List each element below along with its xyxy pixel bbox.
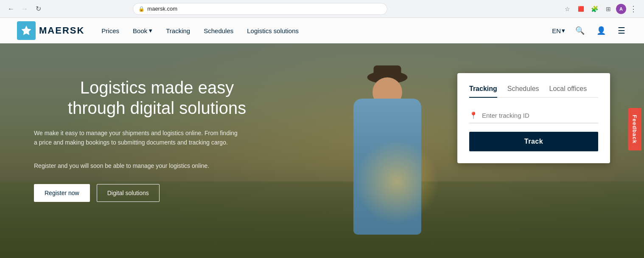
browser-chrome: ← → ↻ 🔒 maersk.com ☆ 🟥 🧩 ⊞ A ⋮: [0, 0, 644, 18]
logo[interactable]: MAERSK: [17, 21, 84, 40]
widget-tabs: Tracking Schedules Local offices: [469, 85, 598, 98]
tab-tracking[interactable]: Tracking: [469, 85, 497, 98]
pin-icon: 📍: [469, 111, 478, 119]
hamburger-icon: ☰: [618, 26, 625, 35]
nav-book-label: Book: [133, 27, 147, 34]
forward-button[interactable]: →: [19, 3, 31, 15]
reload-button[interactable]: ↻: [32, 3, 44, 15]
svg-marker-0: [21, 26, 31, 35]
site-wrapper: MAERSK Prices Book ▾ Tracking Schedules …: [0, 18, 644, 258]
register-now-button[interactable]: Register now: [34, 184, 90, 202]
hero-buttons: Register now Digital solutions: [34, 184, 280, 202]
navbar: MAERSK Prices Book ▾ Tracking Schedules …: [0, 18, 644, 43]
lock-icon: 🔒: [138, 6, 145, 12]
search-icon: 🔍: [575, 26, 585, 35]
star-logo-icon: [20, 25, 32, 37]
hamburger-button[interactable]: ☰: [616, 24, 627, 37]
logo-text: MAERSK: [39, 25, 84, 36]
track-button[interactable]: Track: [469, 132, 598, 151]
feedback-tab[interactable]: Feedback: [628, 108, 641, 150]
tab-local-offices[interactable]: Local offices: [549, 85, 587, 98]
sidebar-button[interactable]: ⊞: [602, 3, 614, 15]
hero-text: Logistics made easythrough digital solut…: [34, 69, 280, 202]
nav-tracking[interactable]: Tracking: [166, 27, 190, 34]
nav-prices[interactable]: Prices: [101, 27, 119, 34]
user-button[interactable]: 👤: [595, 24, 608, 37]
lang-chevron-icon: ▾: [562, 27, 565, 34]
tracking-id-input[interactable]: [482, 112, 598, 119]
search-button[interactable]: 🔍: [574, 24, 586, 37]
digital-solutions-button[interactable]: Digital solutions: [97, 184, 160, 202]
address-bar[interactable]: 🔒 maersk.com: [133, 3, 387, 15]
nav-right: EN ▾ 🔍 👤 ☰: [552, 24, 627, 37]
hero-description: We make it easy to manage your shipments…: [34, 128, 238, 147]
hero-content: Logistics made easythrough digital solut…: [0, 43, 644, 258]
profile-avatar[interactable]: A: [616, 4, 626, 14]
hero-title: Logistics made easythrough digital solut…: [34, 77, 280, 118]
input-with-icon: 📍: [469, 108, 598, 123]
tracking-widget: Tracking Schedules Local offices 📍 Track: [457, 73, 610, 163]
tracking-input-area: 📍: [469, 108, 598, 123]
browser-actions: ☆ 🟥 🧩 ⊞ A ⋮: [562, 3, 639, 15]
book-chevron-icon: ▾: [149, 27, 152, 34]
back-button[interactable]: ←: [5, 3, 17, 15]
extensions-button[interactable]: 🧩: [589, 3, 601, 15]
tab-schedules[interactable]: Schedules: [507, 85, 539, 98]
language-button[interactable]: EN ▾: [552, 27, 565, 34]
nav-book[interactable]: Book ▾: [133, 27, 152, 34]
extensions-red-button[interactable]: 🟥: [575, 3, 587, 15]
url-text: maersk.com: [147, 6, 177, 12]
hero-secondary-desc: Register and you will soon be able to ma…: [34, 161, 238, 170]
logo-star: [17, 21, 36, 40]
nav-logistics[interactable]: Logistics solutions: [247, 27, 299, 34]
nav-links: Prices Book ▾ Tracking Schedules Logisti…: [101, 27, 552, 34]
bookmark-button[interactable]: ☆: [562, 3, 574, 15]
lang-label: EN: [552, 27, 561, 34]
browser-menu-button[interactable]: ⋮: [628, 4, 639, 14]
browser-nav-buttons: ← → ↻: [5, 3, 44, 15]
nav-schedules[interactable]: Schedules: [204, 27, 233, 34]
user-icon: 👤: [596, 26, 606, 35]
